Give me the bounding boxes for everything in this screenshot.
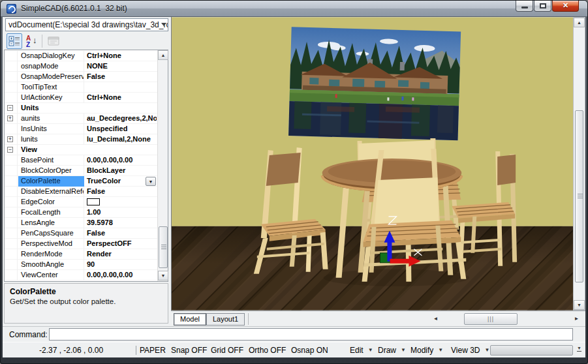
property-row[interactable]: FocalLength1.00 bbox=[5, 207, 157, 218]
property-row[interactable]: +aunitsau_Decdegrees,2,None bbox=[5, 114, 157, 124]
maximize-button[interactable] bbox=[534, 1, 551, 12]
minimize-button[interactable] bbox=[516, 1, 533, 12]
property-name: SmoothAngle bbox=[18, 260, 84, 270]
plus-expander-icon[interactable]: + bbox=[7, 136, 13, 142]
property-value[interactable]: 39.5978 bbox=[85, 218, 157, 228]
property-value[interactable]: False bbox=[85, 187, 157, 197]
row-gutter bbox=[5, 260, 18, 270]
hscrollbar-thumb[interactable]: ||| bbox=[464, 313, 518, 325]
property-row[interactable]: OsnapDialogKeyCtrl+None bbox=[5, 51, 157, 61]
command-input[interactable] bbox=[49, 328, 573, 341]
alphabetical-sort-button[interactable]: A Z ↓ bbox=[23, 33, 39, 49]
row-gutter bbox=[5, 124, 18, 134]
property-value[interactable]: 0.00,0.00,0.00 bbox=[85, 270, 157, 281]
property-name: osnapMode bbox=[18, 61, 84, 72]
property-value[interactable]: 90 bbox=[85, 260, 157, 270]
property-row[interactable]: EdgeColor bbox=[5, 197, 157, 207]
property-value[interactable]: False bbox=[85, 228, 157, 239]
property-row[interactable]: ViewCenter0.00,0.00,0.00 bbox=[5, 270, 157, 281]
scrollbar-thumb[interactable] bbox=[575, 110, 583, 282]
scroll-up-icon[interactable]: ▲ bbox=[158, 50, 168, 60]
tabs-divider bbox=[248, 313, 249, 325]
row-gutter bbox=[5, 218, 18, 228]
status-menu-draw[interactable]: Draw▼ bbox=[378, 342, 406, 358]
menu-label: View 3D bbox=[451, 346, 480, 355]
property-value[interactable]: Ctrl+None bbox=[85, 93, 157, 103]
status-menu-view-3d[interactable]: View 3D▼ bbox=[451, 342, 489, 358]
property-value[interactable]: Render bbox=[85, 249, 157, 260]
minus-expander-icon[interactable]: − bbox=[7, 147, 13, 153]
property-value[interactable]: 0.00,0.00,0.00 bbox=[85, 155, 157, 166]
categorized-button[interactable] bbox=[7, 33, 22, 49]
property-row[interactable]: RenderModeRender bbox=[5, 249, 157, 260]
property-value[interactable] bbox=[85, 197, 157, 207]
row-gutter bbox=[5, 82, 18, 93]
property-row[interactable]: PenCapsSquareFalse bbox=[5, 228, 157, 239]
property-value[interactable]: lu_Decimal,2,None bbox=[85, 134, 157, 145]
scroll-right-icon[interactable]: ► bbox=[572, 314, 581, 324]
property-value[interactable]: PerspectOFF bbox=[85, 239, 157, 249]
menu-label: Edit bbox=[350, 346, 364, 355]
viewport-vscrollbar[interactable]: ▲ ▼ bbox=[573, 17, 585, 311]
color-swatch bbox=[87, 198, 100, 205]
app-window: SimpleCAD(6.6021.0.1 32 bit) ✕ vdDocumen… bbox=[0, 0, 588, 364]
property-value[interactable]: NONE bbox=[85, 61, 157, 72]
property-category-row[interactable]: −View bbox=[5, 145, 157, 155]
scroll-up-icon[interactable]: ▲ bbox=[574, 18, 585, 27]
status-toggle-paper[interactable]: PAPER bbox=[140, 342, 166, 358]
property-value[interactable]: Ctrl+None bbox=[85, 51, 157, 61]
property-row[interactable]: osnapModeNONE bbox=[5, 61, 157, 72]
status-menu-modify[interactable]: Modify▼ bbox=[410, 342, 443, 358]
scroll-left-icon[interactable]: ◄ bbox=[431, 314, 441, 324]
statusbar-expand-icon[interactable]: ▼ bbox=[576, 345, 583, 352]
property-row[interactable]: SmoothAngle90 bbox=[5, 260, 157, 270]
close-button[interactable]: ✕ bbox=[552, 1, 579, 12]
property-value[interactable]: au_Decdegrees,2,None bbox=[85, 114, 157, 124]
status-toggle-osnap-on[interactable]: Osnap ON bbox=[291, 342, 328, 358]
status-toggle-snap-off[interactable]: Snap OFF bbox=[171, 342, 207, 358]
property-value[interactable]: BlockLayer bbox=[85, 166, 157, 176]
property-value[interactable]: Unspecified bbox=[85, 124, 157, 134]
command-bar: Command: bbox=[3, 326, 585, 342]
property-row[interactable]: +lunitslu_Decimal,2,None bbox=[5, 134, 157, 145]
property-name: aunits bbox=[18, 114, 84, 124]
property-row[interactable]: ColorPaletteTrueColor▼ bbox=[5, 176, 157, 187]
scroll-down-icon[interactable]: ▼ bbox=[158, 271, 168, 281]
status-toggle-grid-off[interactable]: Grid OFF bbox=[211, 342, 243, 358]
chevron-down-icon: ▼ bbox=[438, 347, 443, 353]
tab-label: Layout1 bbox=[213, 315, 238, 323]
scroll-down-icon[interactable]: ▼ bbox=[574, 300, 585, 310]
property-row[interactable]: ToolTipText bbox=[5, 82, 157, 93]
property-name: UrlActionKey bbox=[18, 93, 84, 103]
thumb-grip-icon bbox=[578, 194, 583, 198]
title-bar[interactable]: SimpleCAD(6.6021.0.1 32 bit) ✕ bbox=[1, 1, 587, 17]
tab-layout1[interactable]: Layout1 bbox=[206, 313, 245, 326]
viewport-canvas[interactable] bbox=[171, 17, 573, 311]
chevron-down-icon bbox=[161, 23, 166, 29]
property-value[interactable] bbox=[85, 82, 157, 93]
plus-expander-icon[interactable]: + bbox=[7, 115, 13, 121]
property-pages-button[interactable] bbox=[46, 33, 61, 49]
property-value[interactable]: False bbox=[85, 72, 157, 82]
property-row[interactable]: DisableExternalRefeFalse bbox=[5, 187, 157, 197]
sort-arrow-icon: ↓ bbox=[33, 35, 37, 45]
property-value[interactable]: 1.00 bbox=[85, 207, 157, 218]
property-category-row[interactable]: −Units bbox=[5, 103, 157, 114]
property-row[interactable]: LensAngle39.5978 bbox=[5, 218, 157, 228]
status-menu-edit[interactable]: Edit▼ bbox=[350, 342, 373, 358]
property-grid-scrollbar[interactable]: ▲ ▼ bbox=[157, 50, 168, 281]
property-row[interactable]: InsUnitsUnspecified bbox=[5, 124, 157, 134]
scrollbar-thumb[interactable] bbox=[159, 226, 168, 268]
value-dropdown-button[interactable]: ▼ bbox=[146, 177, 156, 186]
property-pages-icon bbox=[46, 34, 61, 48]
minus-expander-icon[interactable]: − bbox=[7, 105, 13, 111]
property-row[interactable]: PerspectiveModPerspectOFF bbox=[5, 239, 157, 249]
status-toggle-ortho-off[interactable]: Ortho OFF bbox=[249, 342, 286, 358]
property-row[interactable]: BasePoint0.00,0.00,0.00 bbox=[5, 155, 157, 166]
property-row[interactable]: BlockColorOperBlockLayer bbox=[5, 166, 157, 176]
property-row[interactable]: UrlActionKeyCtrl+None bbox=[5, 93, 157, 103]
tab-model[interactable]: Model bbox=[174, 313, 206, 326]
document-selector[interactable]: vdDocument(E:\special 3d drawings\tav_3d… bbox=[5, 18, 168, 31]
row-gutter bbox=[5, 249, 18, 260]
property-row[interactable]: OsnapModePreserveFalse bbox=[5, 72, 157, 82]
